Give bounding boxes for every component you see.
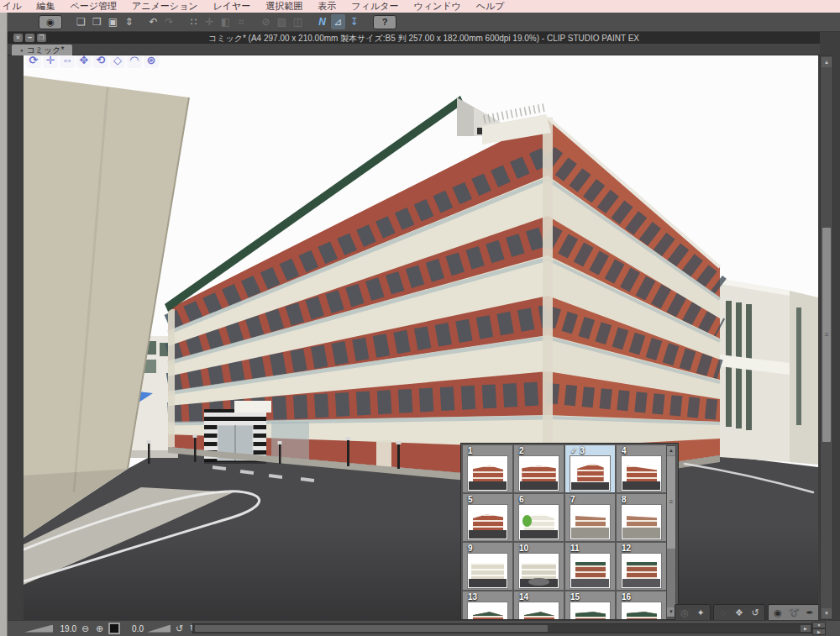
- preset-number: 5: [468, 495, 473, 504]
- canvas-vertical-scrollbar[interactable]: ▲ ≡ ▼: [820, 55, 833, 620]
- window-left-border: [8, 55, 24, 636]
- preset-number: 10: [519, 544, 528, 553]
- rotate-ccw-icon[interactable]: ↺: [174, 623, 185, 634]
- preset-angle-13[interactable]: 13: [463, 591, 512, 620]
- check-icon: ✓: [570, 446, 577, 455]
- focus-target-icon[interactable]: ◎: [679, 607, 690, 619]
- preset-angle-5[interactable]: 5: [463, 494, 512, 541]
- tab-comic[interactable]: ● コミック*: [12, 45, 72, 55]
- menu-edit[interactable]: 編集: [29, 0, 63, 13]
- clip-studio-logo-icon[interactable]: ◉: [39, 15, 62, 29]
- mesh-edit-icon[interactable]: ⊛: [144, 55, 159, 68]
- preset-thumbnail: [622, 554, 661, 588]
- preset-number: 7: [570, 495, 575, 504]
- scroll-down-icon[interactable]: ▼: [822, 608, 832, 618]
- frame-icon[interactable]: ◫: [291, 14, 305, 29]
- restore-view-icon[interactable]: ↺: [749, 607, 761, 619]
- material-sphere-icon[interactable]: ◉: [772, 607, 784, 619]
- 3d-layer-toolbar: ⟳ ✛ ⇔ ✥ ⟲ ◇ ◠ ⊛: [26, 55, 159, 68]
- scrollbar-corner-button-right[interactable]: ▶: [812, 628, 826, 635]
- fit-to-screen-icon[interactable]: [108, 623, 120, 634]
- preset-angle-12[interactable]: 12: [617, 543, 666, 590]
- menu-animation[interactable]: アニメーション: [124, 0, 206, 13]
- object-settings-icon[interactable]: ❖: [733, 607, 745, 619]
- preset-angle-1[interactable]: 1: [463, 445, 512, 492]
- preset-thumbnail: [468, 505, 507, 539]
- horizontal-scrollbar-thumb[interactable]: [195, 625, 548, 632]
- scrollbar-thumb[interactable]: ≡: [667, 456, 675, 549]
- preset-angle-7[interactable]: 7: [565, 494, 615, 541]
- preset-angle-3-selected[interactable]: ✓ 3: [565, 445, 615, 492]
- transform-icon[interactable]: ⌗: [234, 14, 249, 29]
- rotate-slider[interactable]: [147, 625, 171, 633]
- object-launcher-group-3: ◉ ➰ ✒: [768, 604, 818, 620]
- camera-pan-icon[interactable]: ✛: [43, 55, 58, 68]
- menu-help[interactable]: ヘルプ: [469, 0, 512, 13]
- camera-roll-icon[interactable]: ◠: [127, 55, 142, 68]
- preset-angle-15[interactable]: 15: [565, 591, 615, 620]
- preset-angle-11[interactable]: 11: [565, 543, 615, 590]
- preset-angle-9[interactable]: 9: [463, 543, 512, 590]
- scroll-right-icon[interactable]: ▶: [801, 625, 811, 632]
- vertical-scrollbar-thumb[interactable]: ≡: [822, 228, 831, 442]
- new-file-icon[interactable]: ❏: [74, 14, 88, 29]
- preset-angle-6[interactable]: 6: [514, 494, 564, 541]
- canvas-horizontal-scrollbar[interactable]: ▶: [192, 623, 812, 633]
- preset-thumbnail: [468, 602, 507, 620]
- preset-angle-14[interactable]: 14: [514, 591, 564, 620]
- menu-file[interactable]: イル: [0, 0, 29, 13]
- snap-special-ruler-icon[interactable]: ⊿: [331, 14, 345, 29]
- object-launcher-group-2: ◌ ❖ ↺: [713, 604, 765, 620]
- scroll-up-icon[interactable]: ▲: [667, 446, 675, 455]
- camera-zoom-icon[interactable]: ⇔: [60, 55, 75, 68]
- clear-icon[interactable]: ⊘: [259, 14, 273, 29]
- open-file-icon[interactable]: ❒: [90, 14, 104, 29]
- snap-grid-icon[interactable]: ↧: [347, 14, 361, 29]
- preset-angle-8[interactable]: 8: [617, 494, 666, 541]
- menu-window[interactable]: ウィンドウ: [406, 0, 468, 13]
- menu-page-management[interactable]: ページ管理: [63, 0, 125, 13]
- undo-icon[interactable]: ↶: [146, 14, 160, 29]
- deselect-icon[interactable]: ∷: [186, 14, 201, 29]
- object-move-icon[interactable]: ✥: [76, 55, 92, 68]
- save-stepper-icon[interactable]: ⇕: [122, 14, 136, 29]
- preset-angle-4[interactable]: 4: [617, 445, 666, 492]
- redo-icon[interactable]: ↷: [162, 14, 176, 29]
- 3d-canvas[interactable]: ⟳ ✛ ⇔ ✥ ⟲ ◇ ◠ ⊛ 1 2 ✓ 3: [24, 55, 818, 620]
- zoom-out-icon[interactable]: ⊖: [80, 623, 91, 634]
- menu-view[interactable]: 表示: [310, 0, 344, 13]
- mask-icon[interactable]: ▨: [275, 14, 289, 29]
- pen-icon[interactable]: ✒: [804, 607, 816, 619]
- preset-panel-scrollbar[interactable]: ▲ ≡ ▼: [666, 445, 676, 618]
- help-icon[interactable]: ?: [373, 15, 396, 29]
- camera-rotate-icon[interactable]: ⟳: [26, 55, 41, 68]
- light-source-icon[interactable]: ✦: [695, 607, 706, 619]
- menu-filter[interactable]: フィルター: [344, 0, 406, 13]
- preset-angle-16[interactable]: 16: [617, 591, 666, 620]
- menu-selection[interactable]: 選択範囲: [258, 0, 310, 13]
- snap-ruler-icon[interactable]: N: [315, 14, 329, 29]
- move-icon[interactable]: ✛: [202, 14, 217, 29]
- object-rotate-3d-icon[interactable]: ◇: [110, 55, 125, 68]
- preset-angle-panel: 1 2 ✓ 3 4 5: [460, 443, 679, 620]
- document-titlebar[interactable]: ✕ ━ ❒ コミック* (A4 297.00 x 210.00mm 製本サイズ:…: [8, 32, 840, 44]
- window-right-edge: [833, 32, 840, 636]
- menu-layer[interactable]: レイヤー: [206, 0, 259, 13]
- save-file-icon[interactable]: ▣: [106, 14, 120, 29]
- preset-thumbnail: [570, 456, 610, 491]
- zoom-slider[interactable]: [24, 625, 53, 633]
- 3d-scene: [24, 55, 818, 620]
- zoom-in-icon[interactable]: ⊕: [94, 623, 105, 634]
- scrollbar-corner-button-down[interactable]: ▼: [812, 622, 826, 628]
- preset-thumbnail: [570, 602, 610, 620]
- object-rotate-icon[interactable]: ⟲: [93, 55, 108, 68]
- scroll-up-icon[interactable]: ▲: [822, 57, 832, 67]
- rotate-value: 0.0: [123, 624, 144, 633]
- preset-angle-10[interactable]: 10: [514, 543, 564, 590]
- preset-angle-2[interactable]: 2: [514, 445, 564, 492]
- document-title: コミック* (A4 297.00 x 210.00mm 製本サイズ:B5 判 2…: [8, 33, 840, 45]
- background-buildings-right: [720, 279, 818, 465]
- outline-icon[interactable]: ◌: [717, 607, 729, 619]
- lasso-icon[interactable]: ➰: [788, 607, 800, 619]
- fill-icon[interactable]: ◧: [218, 14, 233, 29]
